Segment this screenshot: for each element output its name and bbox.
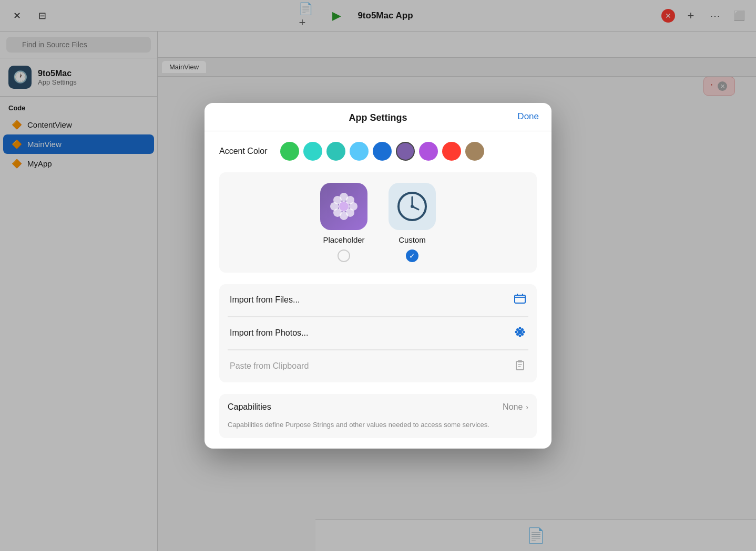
app-settings-modal: App Settings Done Accent Color	[205, 102, 551, 448]
svg-point-16	[519, 327, 522, 329]
capabilities-section: Capabilities None › Capabilities define …	[219, 393, 537, 438]
paste-clipboard-label: Paste from Clipboard	[230, 361, 309, 371]
color-swatch-brown[interactable]	[465, 141, 484, 160]
paste-clipboard-icon	[514, 358, 526, 373]
color-swatch-indigo[interactable]	[396, 141, 415, 160]
placeholder-label: Placeholder	[323, 235, 364, 244]
custom-radio[interactable]: ✓	[406, 249, 418, 262]
capabilities-value: None	[503, 402, 523, 411]
custom-icon-preview	[389, 182, 436, 230]
custom-clock-svg	[396, 190, 428, 222]
color-swatch-teal[interactable]	[303, 141, 322, 160]
svg-point-6	[346, 195, 354, 204]
import-files-icon	[514, 292, 526, 307]
modal-done-button[interactable]: Done	[517, 111, 539, 122]
svg-point-20	[516, 328, 519, 330]
svg-point-21	[521, 328, 524, 330]
capabilities-value-group: None ›	[503, 402, 528, 411]
placeholder-radio[interactable]	[338, 249, 350, 262]
svg-point-18	[515, 330, 518, 333]
icon-option-custom[interactable]: Custom ✓	[389, 182, 436, 262]
import-files-label: Import from Files...	[230, 295, 300, 305]
capabilities-row[interactable]: Capabilities None ›	[219, 393, 537, 420]
import-photos-label: Import from Photos...	[230, 328, 308, 338]
svg-point-9	[339, 201, 349, 211]
svg-point-23	[521, 332, 524, 335]
import-section: Import from Files... Import from Photos.…	[219, 284, 537, 382]
svg-line-13	[412, 206, 418, 209]
modal-body: Accent Color	[205, 131, 551, 448]
import-files-item[interactable]: Import from Files...	[228, 284, 528, 316]
accent-color-section: Accent Color	[219, 141, 537, 160]
modal-title: App Settings	[349, 112, 407, 123]
color-swatch-red[interactable]	[442, 141, 461, 160]
svg-point-17	[519, 334, 522, 337]
svg-point-5	[333, 195, 342, 204]
color-swatch-light-blue[interactable]	[350, 141, 369, 160]
chevron-right-icon: ›	[526, 402, 528, 411]
import-photos-item[interactable]: Import from Photos...	[228, 317, 528, 349]
color-swatch-cyan[interactable]	[326, 141, 345, 160]
radio-checkmark: ✓	[409, 251, 415, 259]
capabilities-description: Capabilities define Purpose Strings and …	[219, 420, 537, 438]
capabilities-label: Capabilities	[228, 402, 271, 411]
color-swatch-purple[interactable]	[419, 141, 438, 160]
modal-header: App Settings Done	[205, 102, 551, 131]
paste-clipboard-item[interactable]: Paste from Clipboard	[228, 350, 528, 382]
color-swatch-blue[interactable]	[373, 141, 392, 160]
icon-option-placeholder[interactable]: Placeholder	[320, 182, 367, 262]
color-swatches	[280, 141, 484, 160]
svg-point-22	[516, 332, 519, 335]
placeholder-flower-svg	[328, 190, 360, 222]
svg-point-19	[523, 330, 525, 333]
svg-rect-14	[515, 295, 525, 303]
placeholder-icon-preview	[320, 182, 367, 230]
accent-color-label: Accent Color	[219, 146, 272, 155]
svg-point-8	[346, 208, 354, 216]
color-swatch-green[interactable]	[280, 141, 299, 160]
import-photos-icon	[514, 325, 526, 340]
svg-point-7	[333, 208, 342, 216]
svg-rect-25	[516, 361, 524, 369]
custom-label: Custom	[399, 235, 426, 244]
icon-selector: Placeholder Custom ✓	[219, 172, 537, 272]
